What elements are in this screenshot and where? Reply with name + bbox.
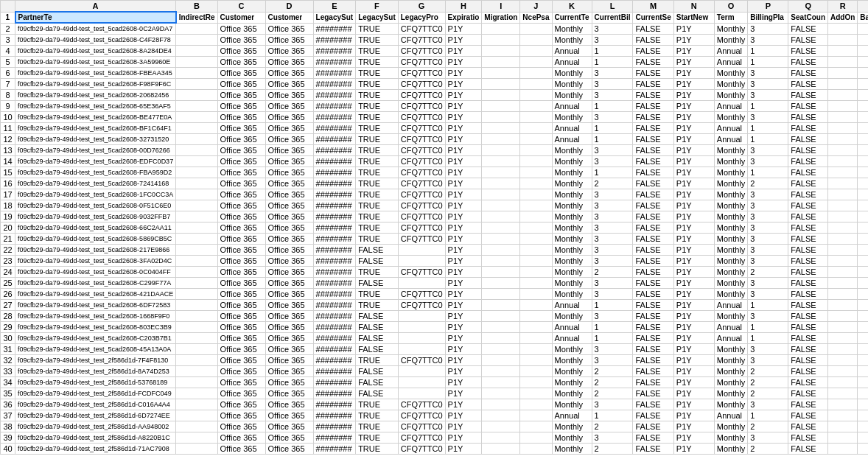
header-R[interactable]: AddOn bbox=[828, 12, 858, 23]
table-cell[interactable]: Monthly bbox=[714, 200, 748, 211]
table-cell[interactable]: 3 bbox=[748, 354, 788, 365]
table-cell[interactable]: Monthly bbox=[714, 288, 748, 299]
table-cell[interactable]: Monthly bbox=[552, 310, 592, 321]
table-cell[interactable]: P1Y bbox=[445, 332, 482, 343]
table-row[interactable]: 21f09cfb29-da79-49dd-test_test_5cad2608-… bbox=[1, 233, 869, 244]
col-header-K[interactable]: K bbox=[552, 1, 592, 13]
table-cell[interactable] bbox=[482, 155, 520, 167]
table-cell[interactable] bbox=[858, 100, 868, 111]
table-cell[interactable]: Monthly bbox=[552, 354, 592, 365]
table-cell[interactable]: 3 bbox=[592, 244, 633, 255]
table-cell[interactable] bbox=[482, 343, 520, 354]
table-cell[interactable]: FALSE bbox=[788, 233, 828, 244]
table-cell[interactable]: Monthly bbox=[714, 376, 748, 388]
table-cell[interactable]: 2 bbox=[748, 376, 788, 388]
table-cell[interactable]: f09cfb29-da79-49dd-test_test_5cad2608-16… bbox=[15, 310, 176, 321]
table-cell[interactable] bbox=[176, 211, 217, 222]
table-cell[interactable]: P1Y bbox=[673, 376, 714, 388]
table-cell[interactable] bbox=[482, 89, 520, 100]
header-J[interactable]: NcePsa bbox=[520, 12, 552, 23]
table-cell[interactable]: CFQ7TTC0 bbox=[398, 410, 445, 421]
table-cell[interactable]: f09cfb29-da79-49dd-test_test_5cad2608-0C… bbox=[15, 266, 176, 277]
table-cell[interactable]: Monthly bbox=[552, 288, 592, 299]
table-cell[interactable]: ######## bbox=[313, 255, 356, 266]
table-cell[interactable]: 3 bbox=[748, 155, 788, 167]
table-cell[interactable] bbox=[398, 365, 445, 376]
table-cell[interactable]: CFQ7TTC0 bbox=[398, 189, 445, 200]
table-cell[interactable]: TRUE bbox=[356, 67, 399, 78]
table-row[interactable]: 7f09cfb29-da79-49dd-test_test_5cad2608-F… bbox=[1, 78, 869, 89]
table-cell[interactable] bbox=[482, 111, 520, 122]
table-cell[interactable]: FALSE bbox=[633, 421, 673, 432]
table-cell[interactable]: 1 bbox=[748, 321, 788, 332]
table-cell[interactable]: 2 bbox=[748, 178, 788, 189]
table-cell[interactable]: Annual bbox=[552, 410, 592, 421]
table-cell[interactable]: 3 bbox=[748, 399, 788, 410]
table-cell[interactable] bbox=[828, 310, 858, 321]
table-cell[interactable]: Monthly bbox=[714, 178, 748, 189]
table-cell[interactable]: P1Y bbox=[445, 321, 482, 332]
table-cell[interactable] bbox=[176, 34, 217, 45]
table-row[interactable]: 1 PartnerTe IndirectRe Customer Customer… bbox=[1, 12, 869, 23]
table-cell[interactable]: f09cfb29-da79-49dd-test_test_5cad2608-BE… bbox=[15, 111, 176, 122]
table-cell[interactable] bbox=[398, 332, 445, 343]
table-cell[interactable]: P1Y bbox=[673, 211, 714, 222]
table-cell[interactable]: CFQ7TTC0 bbox=[398, 432, 445, 443]
table-cell[interactable]: P1Y bbox=[445, 122, 482, 133]
table-cell[interactable] bbox=[520, 376, 552, 388]
table-cell[interactable]: TRUE bbox=[356, 178, 399, 189]
table-cell[interactable]: CFQ7TTC0 bbox=[398, 56, 445, 67]
table-cell[interactable] bbox=[858, 399, 868, 410]
table-cell[interactable]: FALSE bbox=[633, 78, 673, 89]
table-cell[interactable]: f09cfb29-da79-49dd-test_test_5cad2608-32… bbox=[15, 133, 176, 144]
table-cell[interactable]: P1Y bbox=[445, 34, 482, 45]
table-cell[interactable]: 1 bbox=[748, 100, 788, 111]
table-cell[interactable] bbox=[398, 244, 445, 255]
table-cell[interactable]: P1Y bbox=[673, 56, 714, 67]
table-cell[interactable] bbox=[828, 111, 858, 122]
table-cell[interactable]: Office 365 bbox=[217, 167, 265, 178]
table-cell[interactable] bbox=[482, 443, 520, 454]
table-cell[interactable]: 1 bbox=[748, 122, 788, 133]
table-cell[interactable]: Monthly bbox=[552, 233, 592, 244]
table-cell[interactable] bbox=[482, 211, 520, 222]
table-cell[interactable]: P1Y bbox=[445, 178, 482, 189]
table-cell[interactable]: ######## bbox=[313, 277, 356, 288]
col-header-Q[interactable]: Q bbox=[788, 1, 828, 13]
table-cell[interactable]: P1Y bbox=[673, 343, 714, 354]
table-cell[interactable]: 3 bbox=[748, 244, 788, 255]
table-cell[interactable]: Monthly bbox=[552, 111, 592, 122]
table-cell[interactable]: Monthly bbox=[714, 266, 748, 277]
table-cell[interactable] bbox=[520, 388, 552, 399]
table-cell[interactable]: P1Y bbox=[673, 189, 714, 200]
table-cell[interactable]: f09cfb29-da79-49dd-test_test_2f586d1d-C0… bbox=[15, 399, 176, 410]
header-L[interactable]: CurrentBil bbox=[592, 12, 633, 23]
table-cell[interactable]: P1Y bbox=[445, 189, 482, 200]
table-cell[interactable]: 3 bbox=[592, 111, 633, 122]
table-cell[interactable] bbox=[176, 288, 217, 299]
table-row[interactable]: 14f09cfb29-da79-49dd-test_test_5cad2608-… bbox=[1, 155, 869, 167]
table-cell[interactable]: FALSE bbox=[788, 376, 828, 388]
table-cell[interactable]: f09cfb29-da79-49dd-test_test_5cad2608-C4… bbox=[15, 34, 176, 45]
table-cell[interactable] bbox=[482, 365, 520, 376]
col-header-J[interactable]: J bbox=[520, 1, 552, 13]
table-cell[interactable] bbox=[520, 432, 552, 443]
table-cell[interactable] bbox=[176, 23, 217, 34]
table-cell[interactable]: Office 365 bbox=[217, 67, 265, 78]
table-cell[interactable] bbox=[828, 343, 858, 354]
table-cell[interactable] bbox=[482, 244, 520, 255]
table-cell[interactable]: ######## bbox=[313, 354, 356, 365]
table-cell[interactable]: Annual bbox=[552, 122, 592, 133]
table-cell[interactable] bbox=[858, 111, 868, 122]
table-cell[interactable]: CFQ7TTC0 bbox=[398, 178, 445, 189]
table-cell[interactable] bbox=[482, 189, 520, 200]
header-F[interactable]: LegacySut bbox=[356, 12, 399, 23]
table-cell[interactable]: P1Y bbox=[673, 222, 714, 233]
table-cell[interactable] bbox=[858, 167, 868, 178]
table-cell[interactable] bbox=[176, 376, 217, 388]
table-cell[interactable]: 1 bbox=[592, 133, 633, 144]
table-cell[interactable]: FALSE bbox=[633, 56, 673, 67]
header-H[interactable]: Expiratio bbox=[445, 12, 482, 23]
table-cell[interactable] bbox=[520, 23, 552, 34]
table-cell[interactable]: 1 bbox=[592, 100, 633, 111]
